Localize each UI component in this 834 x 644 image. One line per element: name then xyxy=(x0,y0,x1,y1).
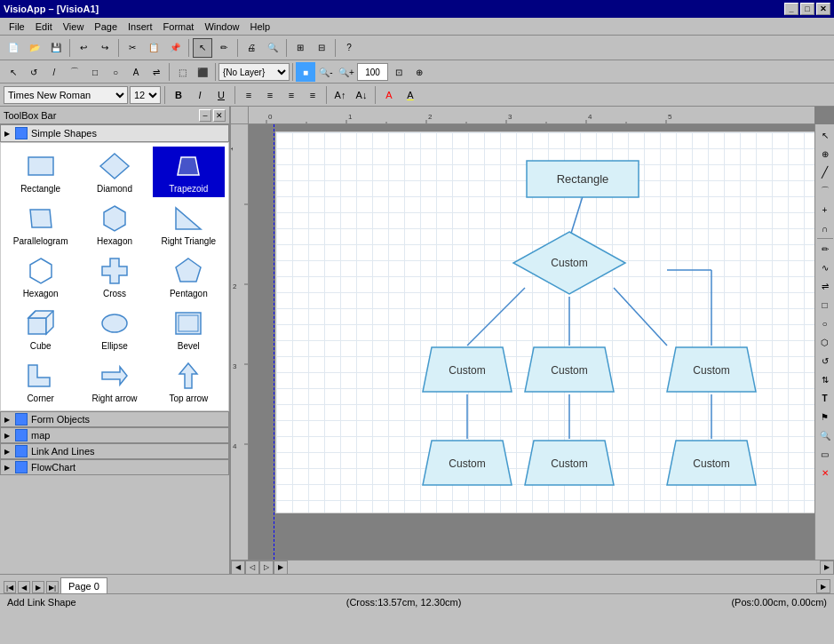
justify-button[interactable]: ≡ xyxy=(303,86,322,104)
paste-button[interactable]: 📌 xyxy=(165,38,185,58)
font-increase-button[interactable]: A↑ xyxy=(330,86,350,104)
toolbox-close-button[interactable]: ✕ xyxy=(213,109,226,122)
rt-flip[interactable]: ⇅ xyxy=(816,370,834,388)
text-tool[interactable]: A xyxy=(126,62,146,82)
rt-shape2[interactable]: ○ xyxy=(816,314,834,332)
zoom-custom[interactable]: ⊕ xyxy=(409,62,429,82)
cut-button[interactable]: ✂ xyxy=(123,38,142,58)
h-scrollbar[interactable]: ◀ ◁ ▷ ▶ ▶ xyxy=(231,560,834,574)
connector-tool[interactable]: ⇌ xyxy=(147,62,166,82)
open-button[interactable]: 📂 xyxy=(25,38,44,58)
rt-connect[interactable]: ⇌ xyxy=(816,277,834,295)
shape-diamond[interactable]: Diamond xyxy=(78,147,150,197)
maximize-button[interactable]: □ xyxy=(800,3,814,15)
minimize-button[interactable]: _ xyxy=(784,3,798,15)
zoom-in-btn[interactable]: 🔍+ xyxy=(337,62,356,82)
shape-hexagon[interactable]: Hexagon xyxy=(78,199,150,250)
print-button[interactable]: 🖨 xyxy=(242,38,261,58)
toolbox-minimize-button[interactable]: – xyxy=(199,109,211,122)
page-tab-last[interactable]: ▶| xyxy=(46,581,59,593)
rt-pointer[interactable]: ↖ xyxy=(816,126,834,144)
help-button[interactable]: ? xyxy=(339,38,359,58)
align-button[interactable]: ⊞ xyxy=(290,38,310,58)
canvas-trap-center-1[interactable]: Custom xyxy=(516,346,623,394)
rt-rotate[interactable]: ↺ xyxy=(816,352,834,370)
font-family-select[interactable]: Times New Roman xyxy=(4,86,128,104)
rt-flag[interactable]: ⚑ xyxy=(816,408,834,425)
pointer-button[interactable]: ↖ xyxy=(193,38,212,58)
canvas-scroll[interactable]: Rectangle Custom xyxy=(249,124,814,560)
rt-arc[interactable]: ∩ xyxy=(816,219,834,237)
menu-edit[interactable]: Edit xyxy=(30,20,58,33)
shape-corner[interactable]: Corner xyxy=(4,356,76,407)
line-tool[interactable]: / xyxy=(44,62,64,82)
align-left-button[interactable]: ≡ xyxy=(239,86,258,104)
layer-select[interactable]: {No Layer} xyxy=(218,63,290,81)
rt-plus[interactable]: + xyxy=(816,201,834,219)
canvas-trap-right-2[interactable]: Custom xyxy=(658,439,765,488)
shape-cross[interactable]: Cross xyxy=(78,251,150,302)
distribute-button[interactable]: ⊟ xyxy=(312,38,331,58)
scroll-next-page[interactable]: ▷ xyxy=(259,561,274,575)
drawing-canvas[interactable]: Rectangle Custom xyxy=(275,131,814,513)
section-form-objects[interactable]: Form Objects xyxy=(0,411,229,427)
canvas-trap-left-2[interactable]: Custom xyxy=(414,439,520,488)
rt-curve[interactable]: ⌒ xyxy=(816,182,834,200)
ungroup-tool[interactable]: ⬛ xyxy=(193,62,212,82)
bold-button[interactable]: B xyxy=(169,86,188,104)
rt-shape1[interactable]: □ xyxy=(816,296,834,314)
shape-trapezoid[interactable]: Trapezoid xyxy=(153,147,225,197)
zoom-input[interactable] xyxy=(357,63,388,81)
rt-zoom[interactable]: 🔍 xyxy=(816,426,834,444)
h-scrollbar-right[interactable]: ▶ xyxy=(816,579,830,593)
shape-top-arrow[interactable]: Top arrow xyxy=(153,356,225,407)
shape-cube[interactable]: Cube xyxy=(4,304,76,354)
rt-close[interactable]: ✕ xyxy=(816,464,834,481)
rt-freehand[interactable]: ∿ xyxy=(816,258,834,276)
select-tool[interactable]: ↖ xyxy=(4,62,23,82)
canvas-trap-left-1[interactable]: Custom xyxy=(414,346,520,394)
page-tab-prev[interactable]: ◀ xyxy=(18,581,30,593)
rotate-tool[interactable]: ↺ xyxy=(24,62,44,82)
italic-button[interactable]: I xyxy=(190,86,210,104)
menu-format[interactable]: Format xyxy=(158,20,200,33)
underline-button[interactable]: U xyxy=(211,86,231,104)
new-button[interactable]: 📄 xyxy=(4,38,23,58)
page-tab-next[interactable]: ▶ xyxy=(32,581,44,593)
font-size-select[interactable]: 12 xyxy=(130,86,161,104)
shape-bevel[interactable]: Bevel xyxy=(153,304,225,354)
canvas-rectangle[interactable]: Rectangle xyxy=(525,159,640,199)
copy-button[interactable]: 📋 xyxy=(144,38,163,58)
highlight-button[interactable]: A xyxy=(401,86,420,104)
shape-rectangle[interactable]: Rectangle xyxy=(4,147,76,197)
rt-magnify[interactable]: ⊕ xyxy=(816,145,834,163)
scroll-prev-page[interactable]: ◁ xyxy=(245,561,259,575)
section-flowchart[interactable]: FlowChart xyxy=(0,459,229,475)
curve-tool[interactable]: ⌒ xyxy=(65,62,84,82)
undo-button[interactable]: ↩ xyxy=(74,38,93,58)
section-link-lines[interactable]: Link And Lines xyxy=(0,443,229,459)
menu-view[interactable]: View xyxy=(58,20,90,33)
rt-pencil[interactable]: ✏ xyxy=(816,240,834,258)
scroll-left-button[interactable]: ◀ xyxy=(231,561,245,575)
rt-line[interactable]: ╱ xyxy=(816,163,834,181)
page-tab-0[interactable]: Page 0 xyxy=(60,577,107,593)
canvas-trap-center-2[interactable]: Custom xyxy=(516,439,623,488)
color-fill[interactable]: ■ xyxy=(296,62,315,82)
group-tool[interactable]: ⬚ xyxy=(172,62,192,82)
fit-page[interactable]: ⊡ xyxy=(389,62,409,82)
font-color-button[interactable]: A xyxy=(379,86,399,104)
scroll-end-button[interactable]: ▶ xyxy=(820,561,834,575)
h-scroll-track[interactable] xyxy=(288,561,820,575)
zoom-in-tb[interactable]: 🔍 xyxy=(263,38,282,58)
menu-file[interactable]: File xyxy=(4,20,30,33)
rt-text[interactable]: T xyxy=(816,389,834,407)
save-button[interactable]: 💾 xyxy=(46,38,66,58)
page-tab-first[interactable]: |◀ xyxy=(4,581,16,593)
redo-button[interactable]: ↪ xyxy=(95,38,115,58)
menu-window[interactable]: Window xyxy=(199,20,244,33)
rt-rect2[interactable]: ▭ xyxy=(816,445,834,463)
rt-shape3[interactable]: ⬡ xyxy=(816,333,834,351)
canvas-trap-right-1[interactable]: Custom xyxy=(658,346,765,394)
menu-help[interactable]: Help xyxy=(245,20,276,33)
